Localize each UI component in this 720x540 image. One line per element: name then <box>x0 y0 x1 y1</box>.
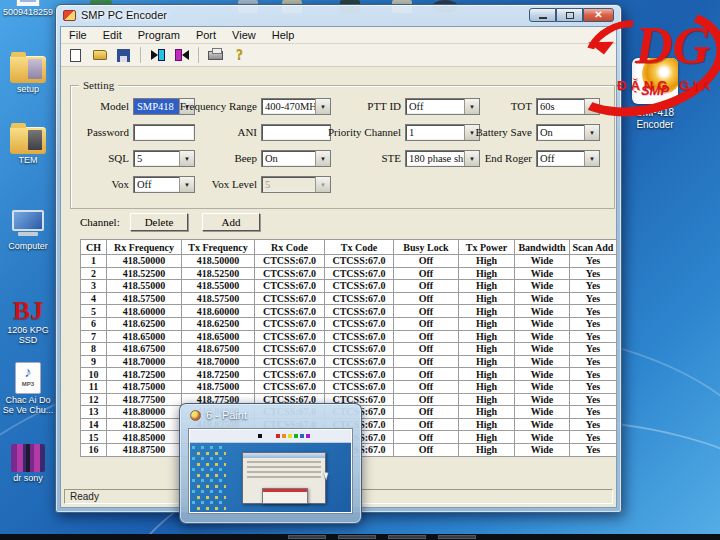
cell-tx-frequency[interactable]: 418.60000 <box>182 305 255 318</box>
cell-tx-code[interactable]: CTCSS:67.0 <box>325 305 394 318</box>
cell-rx-frequency[interactable]: 418.77500 <box>107 393 182 406</box>
cell-bandwidth[interactable]: Wide <box>515 292 570 305</box>
cell-bandwidth[interactable]: Wide <box>515 305 570 318</box>
cell-tx-power[interactable]: High <box>459 368 515 381</box>
cell-bandwidth[interactable]: Wide <box>515 267 570 280</box>
table-row[interactable]: 10 418.72500 418.72500 CTCSS:67.0 CTCSS:… <box>81 368 617 381</box>
cell-bandwidth[interactable]: Wide <box>515 380 570 393</box>
cell-tx-power[interactable]: High <box>459 380 515 393</box>
cell-tx-power[interactable]: High <box>459 330 515 343</box>
cell-tx-frequency[interactable]: 418.67500 <box>182 343 255 356</box>
cell-tx-code[interactable]: CTCSS:67.0 <box>325 355 394 368</box>
cell-scan-add[interactable]: Yes <box>570 280 617 293</box>
taskbar-button[interactable] <box>388 535 426 539</box>
cell-ch[interactable]: 7 <box>81 330 107 343</box>
cell-bandwidth[interactable]: Wide <box>515 343 570 356</box>
cell-busy-lock[interactable]: Off <box>394 431 459 444</box>
cell-busy-lock[interactable]: Off <box>394 317 459 330</box>
cell-tx-power[interactable]: High <box>459 343 515 356</box>
cell-ch[interactable]: 5 <box>81 305 107 318</box>
read-from-radio-button[interactable] <box>171 46 192 65</box>
cell-scan-add[interactable]: Yes <box>570 267 617 280</box>
cell-scan-add[interactable]: Yes <box>570 343 617 356</box>
save-file-button[interactable] <box>113 46 134 65</box>
cell-ch[interactable]: 10 <box>81 368 107 381</box>
cell-tx-power[interactable]: High <box>459 355 515 368</box>
add-channel-button[interactable]: Add <box>202 213 260 231</box>
cell-tx-code[interactable]: CTCSS:67.0 <box>325 317 394 330</box>
cell-tx-frequency[interactable]: 418.75000 <box>182 380 255 393</box>
cell-busy-lock[interactable]: Off <box>394 443 459 456</box>
cell-ch[interactable]: 16 <box>81 443 107 456</box>
cell-tx-code[interactable]: CTCSS:67.0 <box>325 343 394 356</box>
cell-ch[interactable]: 1 <box>81 255 107 268</box>
cell-rx-code[interactable]: CTCSS:67.0 <box>255 317 325 330</box>
col-header-scan-add[interactable]: Scan Add <box>570 240 617 255</box>
menu-item[interactable]: Port <box>188 28 224 42</box>
cell-rx-frequency[interactable]: 418.75000 <box>107 380 182 393</box>
chevron-down-icon[interactable]: ▼ <box>584 125 599 140</box>
table-row[interactable]: 9 418.70000 418.70000 CTCSS:67.0 CTCSS:6… <box>81 355 617 368</box>
open-file-button[interactable] <box>89 46 110 65</box>
cell-tx-power[interactable]: High <box>459 393 515 406</box>
cell-bandwidth[interactable]: Wide <box>515 255 570 268</box>
cell-busy-lock[interactable]: Off <box>394 280 459 293</box>
cell-rx-frequency[interactable]: 418.50000 <box>107 255 182 268</box>
cell-scan-add[interactable]: Yes <box>570 418 617 431</box>
title-bar[interactable]: SMP PC Encoder ✕ <box>56 5 621 25</box>
cell-rx-frequency[interactable]: 418.55000 <box>107 280 182 293</box>
menu-item[interactable]: File <box>61 28 95 42</box>
cell-bandwidth[interactable]: Wide <box>515 418 570 431</box>
cell-busy-lock[interactable]: Off <box>394 343 459 356</box>
cell-busy-lock[interactable]: Off <box>394 380 459 393</box>
col-header-tx-frequency[interactable]: Tx Frequency <box>182 240 255 255</box>
table-row[interactable]: 11 418.75000 418.75000 CTCSS:67.0 CTCSS:… <box>81 380 617 393</box>
cell-ch[interactable]: 12 <box>81 393 107 406</box>
cell-tx-frequency[interactable]: 418.65000 <box>182 330 255 343</box>
menu-item[interactable]: Edit <box>95 28 130 42</box>
cell-scan-add[interactable]: Yes <box>570 431 617 444</box>
table-row[interactable]: 4 418.57500 418.57500 CTCSS:67.0 CTCSS:6… <box>81 292 617 305</box>
cell-tx-power[interactable]: High <box>459 267 515 280</box>
cell-scan-add[interactable]: Yes <box>570 443 617 456</box>
cell-tx-power[interactable]: High <box>459 406 515 419</box>
cell-tx-frequency[interactable]: 418.55000 <box>182 280 255 293</box>
cell-busy-lock[interactable]: Off <box>394 355 459 368</box>
col-header-bandwidth[interactable]: Bandwidth <box>515 240 570 255</box>
cell-rx-code[interactable]: CTCSS:67.0 <box>255 267 325 280</box>
cell-bandwidth[interactable]: Wide <box>515 406 570 419</box>
chevron-down-icon[interactable]: ▼ <box>584 151 599 166</box>
cell-rx-code[interactable]: CTCSS:67.0 <box>255 292 325 305</box>
cell-tx-code[interactable]: CTCSS:67.0 <box>325 380 394 393</box>
cell-bandwidth[interactable]: Wide <box>515 330 570 343</box>
cell-scan-add[interactable]: Yes <box>570 355 617 368</box>
close-button[interactable]: ✕ <box>583 8 614 22</box>
cell-rx-frequency[interactable]: 418.57500 <box>107 292 182 305</box>
cell-tx-power[interactable]: High <box>459 280 515 293</box>
cell-ch[interactable]: 3 <box>81 280 107 293</box>
table-row[interactable]: 1 418.50000 418.50000 CTCSS:67.0 CTCSS:6… <box>81 255 617 268</box>
cell-rx-code[interactable]: CTCSS:67.0 <box>255 330 325 343</box>
tot-combo[interactable]: 60s ▼ <box>536 98 600 115</box>
cell-scan-add[interactable]: Yes <box>570 368 617 381</box>
col-header-ch[interactable]: CH <box>81 240 107 255</box>
cell-scan-add[interactable]: Yes <box>570 305 617 318</box>
cell-rx-code[interactable]: CTCSS:67.0 <box>255 355 325 368</box>
paint-preview-window[interactable]: 6 - Paint <box>179 403 362 524</box>
cell-tx-power[interactable]: High <box>459 431 515 444</box>
delete-channel-button[interactable]: Delete <box>130 213 188 231</box>
desktop-icon-dr-sony[interactable]: dr sony <box>0 444 56 484</box>
cell-tx-frequency[interactable]: 418.50000 <box>182 255 255 268</box>
cell-rx-frequency[interactable]: 418.80000 <box>107 406 182 419</box>
cell-busy-lock[interactable]: Off <box>394 418 459 431</box>
cell-bandwidth[interactable]: Wide <box>515 355 570 368</box>
table-row[interactable]: 7 418.65000 418.65000 CTCSS:67.0 CTCSS:6… <box>81 330 617 343</box>
table-row[interactable]: 5 418.60000 418.60000 CTCSS:67.0 CTCSS:6… <box>81 305 617 318</box>
taskbar-button[interactable] <box>338 535 376 539</box>
chevron-down-icon[interactable]: ▼ <box>584 99 599 114</box>
menu-item[interactable]: Program <box>130 28 188 42</box>
cell-ch[interactable]: 13 <box>81 406 107 419</box>
table-row[interactable]: 3 418.55000 418.55000 CTCSS:67.0 CTCSS:6… <box>81 280 617 293</box>
cell-tx-code[interactable]: CTCSS:67.0 <box>325 255 394 268</box>
cell-tx-code[interactable]: CTCSS:67.0 <box>325 280 394 293</box>
